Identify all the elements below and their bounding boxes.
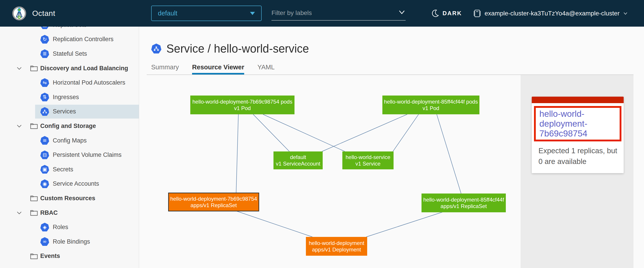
sidebar-group-rbac[interactable]: RBAC	[0, 206, 139, 220]
status-message: Expected 1 replicas, but 0 are available	[538, 146, 621, 167]
graph-node-replicaset-85ff4cf44f[interactable]: hello-world-deployment-85ff4cf44f apps/v…	[422, 194, 506, 212]
dark-mode-toggle[interactable]: DARK	[432, 0, 462, 26]
config-maps-icon: ≡	[40, 136, 49, 145]
sidebar-item-replica-sets[interactable]: ▦ Replica Sets	[0, 26, 139, 32]
sidebar-group-config-and-storage[interactable]: Config and Storage	[0, 119, 139, 133]
chevron-down-icon	[250, 12, 255, 15]
sidebar-item-config-maps[interactable]: ≡ Config Maps	[0, 133, 139, 148]
chevron-down-icon[interactable]	[16, 67, 22, 70]
role-bindings-icon: ∞	[40, 237, 49, 246]
sidebar-nav: ▦ Replica Sets ↻ Replication Controllers…	[0, 26, 139, 263]
graph-node-service-account[interactable]: default v1 ServiceAccount	[274, 152, 323, 169]
sidebar-item-service-accounts[interactable]: ◉ Service Accounts	[0, 177, 139, 191]
sidebar-item-replication-controllers[interactable]: ↻ Replication Controllers	[0, 32, 139, 47]
sidebar-item-ingresses[interactable]: ⇅ Ingresses	[0, 90, 139, 104]
roles-icon: ◈	[40, 223, 49, 232]
label-filter	[272, 6, 406, 21]
cluster-selector[interactable]: example-cluster-ka3TuTzYo4a@example-clus…	[474, 0, 628, 26]
folder-icon	[30, 122, 38, 129]
sidebar-item-stateful-sets[interactable]: ≣ Stateful Sets	[0, 46, 139, 61]
tab-summary[interactable]: Summary	[151, 63, 179, 71]
brand: Octant	[12, 0, 55, 26]
sidebar-group-discovery-and-load-balancing[interactable]: Discovery and Load Balancing	[0, 61, 139, 76]
graph-node-replicaset-7b69c98754[interactable]: hello-world-deployment-7b69c98754 apps/v…	[168, 192, 259, 212]
theme-toggle-label: DARK	[442, 10, 462, 17]
service-accounts-icon: ◉	[40, 180, 49, 188]
replica-sets-icon: ▦	[40, 26, 49, 29]
tab-yaml[interactable]: YAML	[258, 63, 274, 71]
tab-bar: Summary Resource Viewer YAML	[151, 63, 274, 71]
folder-icon	[30, 195, 38, 202]
chevron-down-icon	[624, 12, 628, 15]
graph-node-deployment[interactable]: hello-world-deployment apps/v1 Deploymen…	[306, 237, 367, 256]
sidebar-item-services[interactable]: Services	[0, 104, 139, 119]
chevron-down-icon[interactable]	[16, 212, 22, 214]
folder-icon	[30, 253, 38, 260]
graph-node-pod-7b69c98754[interactable]: hello-world-deployment-7b69c98754 pods v…	[190, 96, 294, 114]
folder-icon	[30, 210, 38, 216]
namespace-selector[interactable]: default	[151, 6, 262, 21]
ingresses-icon: ⇅	[40, 92, 49, 102]
sidebar-item-role-bindings[interactable]: ∞ Role Bindings	[0, 234, 139, 249]
filter-input[interactable]	[272, 6, 406, 20]
cluster-context-label: example-cluster-ka3TuTzYo4a@example-clus…	[484, 10, 620, 17]
replication-controllers-icon: ↻	[40, 35, 49, 44]
sidebar-item-persistent-volume-claims[interactable]: ⊟ Persistent Volume Claims	[0, 148, 139, 162]
resource-detail-card: hello-world-deployment-7b69c98754 Expect…	[532, 97, 624, 173]
stateful-sets-icon: ≣	[40, 49, 49, 58]
graph-node-service[interactable]: hello-world-service v1 Service	[342, 152, 394, 169]
detail-panel: hello-world-deployment-7b69c98754 Expect…	[520, 75, 634, 268]
tab-divider	[147, 74, 634, 75]
chevron-down-icon[interactable]	[16, 124, 22, 128]
octant-app: Octant default DARK example-	[0, 0, 644, 268]
page-header: Service / hello-world-service	[151, 42, 309, 55]
services-icon	[40, 107, 49, 116]
persistent-volume-claims-icon: ⊟	[40, 150, 49, 160]
secrets-icon: ▣	[40, 165, 49, 174]
octant-logo-icon	[12, 6, 26, 20]
sidebar-item-secrets[interactable]: ▣ Secrets	[0, 162, 139, 177]
cluster-icon	[474, 9, 481, 18]
app-header: Octant default DARK example-	[0, 0, 644, 26]
graph-node-pod-85ff4cf44f[interactable]: hello-world-deployment-85ff4cf44f pods v…	[382, 96, 480, 114]
sidebar-item-roles[interactable]: ◈ Roles	[0, 220, 139, 234]
service-icon	[151, 44, 162, 54]
sidebar: ▦ Replica Sets ↻ Replication Controllers…	[0, 26, 139, 268]
sidebar-group-events[interactable]: Events	[0, 249, 139, 264]
moon-icon	[432, 10, 439, 18]
namespace-value: default	[158, 10, 177, 17]
chevron-down-icon[interactable]	[398, 10, 405, 14]
horizontal-pod-autoscalers-icon: ⇋	[40, 78, 49, 87]
error-status-bar	[532, 97, 624, 103]
folder-icon	[30, 65, 38, 72]
app-title: Octant	[32, 9, 55, 18]
resource-graph: hello-world-deployment-7b69c98754 pods v…	[139, 75, 520, 268]
selected-resource-box: hello-world-deployment-7b69c98754	[534, 106, 622, 142]
tab-resource-viewer[interactable]: Resource Viewer	[192, 63, 244, 71]
resource-link[interactable]: hello-world-deployment-7b69c98754	[539, 109, 618, 138]
sidebar-item-horizontal-pod-autoscalers[interactable]: ⇋ Horizontal Pod Autoscalers	[0, 76, 139, 90]
sidebar-group-custom-resources[interactable]: Custom Resources	[0, 191, 139, 206]
page-title: Service / hello-world-service	[166, 42, 309, 55]
